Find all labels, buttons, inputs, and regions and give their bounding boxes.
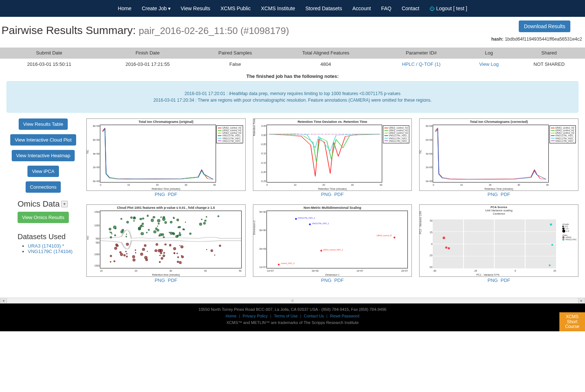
- notes-header: The finished job has the following notes…: [0, 70, 585, 81]
- scroll-right-button[interactable]: ▸: [578, 298, 585, 303]
- th-shared: Shared: [513, 48, 585, 59]
- nav-account[interactable]: Account: [353, 5, 371, 11]
- pdf-link[interactable]: PDF: [501, 278, 510, 283]
- view-heatmap-button[interactable]: View Interactive Heatmap: [12, 150, 75, 161]
- pca-title: PCA Scores: [420, 206, 578, 209]
- nav-xcms-institute[interactable]: XCMS Institute: [261, 5, 295, 11]
- view-log-link[interactable]: View Log: [479, 61, 499, 67]
- y-ticks: 0.050.00-0.05-0.10-0.15-0.20-0.25: [259, 125, 266, 182]
- y-label: Retention Time Deviation (minutes): [253, 118, 256, 136]
- plot-rt-dev[interactable]: Retention Time Deviation vs. Retention T…: [253, 118, 412, 191]
- plot-cloud-title: Cloud Plot 1001 features with p-value ≤ …: [87, 205, 245, 211]
- th-finish: Finish Date: [98, 48, 197, 59]
- y-label: TIC: [419, 150, 422, 154]
- nmds-label: URA3_control_R: [377, 234, 392, 237]
- pdf-link[interactable]: PDF: [168, 278, 177, 283]
- nav-contact[interactable]: Contact: [402, 5, 419, 11]
- horizontal-scrollbar[interactable]: ◂ ||| ▸: [0, 298, 585, 304]
- nmds-label: control_H2O_3: [281, 262, 294, 264]
- y-ticks: 5e+060e+00-5e+06-1e+07: [259, 211, 266, 268]
- x-label: Dimension 1: [253, 274, 412, 276]
- footer-link-reset[interactable]: Reset Password: [330, 314, 359, 318]
- x-label: Retention Time (minutes): [87, 188, 245, 190]
- page-header-area: Download Results Pairwise Results Summar…: [0, 17, 585, 37]
- view-cloud-plot-button[interactable]: View Interactive Cloud Plot: [10, 134, 76, 146]
- plot-cloud[interactable]: Cloud Plot 1001 features with p-value ≤ …: [86, 204, 246, 277]
- nav-create-job[interactable]: Create Job▾: [142, 5, 170, 11]
- y-label: TIC: [86, 150, 89, 154]
- summary-table: Submit Date Finish Date Paired Samples T…: [0, 48, 585, 70]
- x-ticks: -1e+070e+001e+072e+07: [267, 270, 408, 272]
- param-link[interactable]: HPLC / Q-TOF (1): [402, 61, 440, 67]
- dataset-link-1[interactable]: URA3 (174103) *: [28, 243, 64, 249]
- y-ticks-top: 50010001500: [92, 211, 100, 240]
- view-omics-button[interactable]: View Omics Results: [18, 212, 68, 223]
- png-link[interactable]: PNG: [321, 278, 331, 283]
- y-ticks: 8e+066e+064e+062e+060e+00: [92, 125, 100, 182]
- nav-logout[interactable]: ⏻Logout [ test ]: [429, 5, 467, 11]
- axis-area: [267, 125, 383, 182]
- legend: URA3_control_H2URA3_control_H2URA3_contr…: [549, 125, 576, 143]
- content-area: View Results Table View Interactive Clou…: [0, 113, 585, 298]
- plot-nmds-title: Non-Metric Multidimensional Scaling: [253, 205, 412, 211]
- download-results-button[interactable]: Download Results: [519, 20, 570, 32]
- y-label: Dimension 2: [253, 220, 256, 235]
- plot-nmds[interactable]: Non-Metric Multidimensional Scaling Dime…: [253, 204, 412, 277]
- plot-pca[interactable]: PCA Scores Unit Variance scaling Centere…: [419, 204, 578, 277]
- pdf-link[interactable]: PDF: [334, 278, 344, 283]
- short-course-label: XCMS Short Course: [563, 314, 581, 329]
- nav-faq[interactable]: FAQ: [381, 5, 391, 11]
- y-ticks: 8e+066e+064e+062e+060e+00: [425, 125, 432, 182]
- pdf-link[interactable]: PDF: [334, 192, 344, 197]
- plot-tic-corr[interactable]: Total Ion Chromatograms (corrected) TIC …: [419, 118, 578, 191]
- scroll-left-button[interactable]: ◂: [0, 298, 7, 303]
- connections-button[interactable]: Connections: [26, 181, 61, 193]
- x-ticks: 1020304050: [100, 270, 242, 272]
- png-link[interactable]: PNG: [154, 192, 165, 197]
- footer-link-privacy[interactable]: Privacy Policy: [243, 314, 268, 318]
- plot-rt-dev-title: Retention Time Deviation vs. Retention T…: [253, 119, 412, 125]
- y-ticks: 50250-25-50: [425, 219, 432, 268]
- nmds-label: VNG1179c_H2O_1: [298, 217, 315, 219]
- th-features: Total Aligned Features: [273, 48, 378, 59]
- png-link[interactable]: PNG: [321, 192, 331, 197]
- x-label: Retention Time (minutes): [253, 188, 412, 190]
- plot-pca-cell: PCA Scores Unit Variance scaling Centere…: [419, 204, 578, 283]
- nav-xcms-public[interactable]: XCMS Public: [220, 5, 250, 11]
- x-ticks: -40-25025: [433, 270, 556, 272]
- footer-link-contact[interactable]: Contact Us: [304, 314, 324, 318]
- axis-area: [100, 125, 216, 182]
- png-link[interactable]: PNG: [488, 192, 498, 197]
- dataset-link-2[interactable]: VNG1179C (174104): [28, 249, 72, 254]
- nav-home[interactable]: Home: [118, 5, 131, 11]
- plot-tic-orig-cell: Total Ion Chromatograms (original) TIC 8…: [86, 118, 246, 197]
- omics-expand-button[interactable]: +: [61, 201, 68, 207]
- plot-tic-orig[interactable]: Total Ion Chromatograms (original) TIC 8…: [86, 118, 246, 191]
- footer-link-terms[interactable]: Terms of Use: [274, 314, 298, 318]
- png-link[interactable]: PNG: [154, 278, 165, 283]
- footer-trademark: XCMS™ and METLIN™ are trademarks of The …: [0, 320, 585, 325]
- pdf-link[interactable]: PDF: [168, 192, 177, 197]
- page-title-text: Pairwise Results Summary:: [1, 24, 136, 36]
- x-ticks: 010203040: [433, 184, 549, 186]
- footer-wrap: 10550 North Torrey Pines Road BCC-007, L…: [0, 304, 585, 331]
- view-results-table-button[interactable]: View Results Table: [19, 118, 67, 130]
- nav-view-results[interactable]: View Results: [181, 5, 210, 11]
- caret-down-icon: ▾: [168, 5, 171, 11]
- summary-row: 2016-03-01 15:50:11 2016-03-01 17:21:55 …: [0, 59, 585, 70]
- footer-link-home[interactable]: Home: [226, 314, 236, 318]
- page-subtitle: pair_2016-02-26_11:50 (#1098179): [139, 25, 289, 36]
- td-finish: 2016-03-01 17:21:55: [98, 59, 197, 70]
- plot-nmds-cell: Non-Metric Multidimensional Scaling Dime…: [253, 204, 412, 283]
- nav-stored-datasets[interactable]: Stored Datasets: [305, 5, 342, 11]
- view-ipca-button[interactable]: View iPCA: [27, 166, 59, 177]
- pdf-link[interactable]: PDF: [501, 192, 510, 197]
- xcms-short-course-button[interactable]: XCMS Short Course: [559, 312, 585, 331]
- plot-rt-dev-cell: Retention Time Deviation vs. Retention T…: [253, 118, 412, 197]
- omics-header: Omics Data +: [7, 199, 80, 209]
- nmds-label: VNG1179c_H2O_1: [312, 222, 329, 225]
- footer-links: Home | Privacy Policy | Terms of Use | C…: [0, 314, 585, 318]
- x-label: Retention time (minutes): [87, 274, 245, 276]
- png-link[interactable]: PNG: [488, 278, 498, 283]
- y-label: PC2 - Variance 13%: [419, 211, 422, 234]
